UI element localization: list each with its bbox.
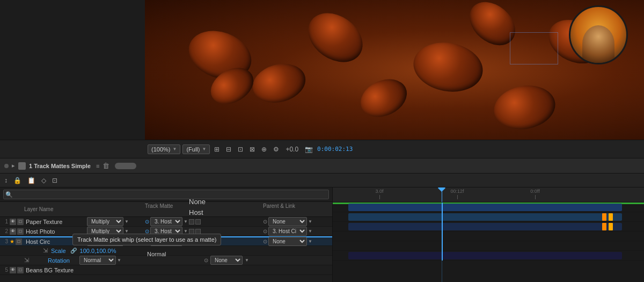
layer-3-parent: ⊙ None ▼ [263,237,312,246]
track-bar-6 [348,252,622,259]
layer-5-icon-eye[interactable]: 👁 [10,267,16,273]
layer-2-tm-arrow: ▼ [184,229,188,234]
comp-icon [18,162,26,170]
layer-3-icon-box[interactable]: □ [16,238,22,245]
layer-1-parent-icon: ⊙ [263,219,267,225]
preview-main [145,0,644,140]
channels-button[interactable]: ⊕ [259,144,269,154]
safe-zones-button[interactable]: ⊡ [236,144,245,154]
layer-3-parent-dropdown[interactable]: None [268,237,307,246]
rotation-blend-dropdown[interactable]: Normal [79,256,116,265]
comp-close-button[interactable] [4,164,9,168]
zoom-label: (100%) [151,146,170,153]
comp-toggle[interactable] [115,163,136,169]
layer-5-icon-box[interactable]: □ [17,267,24,273]
yellow-marker-1 [609,213,613,221]
grid-button[interactable]: ⊟ [224,144,233,154]
timeline-btn-3[interactable]: 📋 [25,176,38,185]
timeline-graph: 3.0f 00:12f 0:0ff [333,187,644,282]
track-playhead-1 [442,203,443,212]
track-row-2 [333,212,644,222]
toolbar-controls: (100%) ▼ (Full) ▼ ⊞ ⊟ ⊡ ⊠ ⊕ ⚙ +0.0 📷 0:0… [3,144,363,154]
parent-link-header-label: Parent & Link [263,203,295,209]
comp-trash-icon[interactable]: 🗑 [103,162,109,170]
track-matte-header: Track Matte [145,202,231,217]
timeline-toolbar: ↕ 🔒 📋 ◇ ⊡ [0,173,644,187]
timeline-btn-2[interactable]: 🔒 [11,176,24,185]
scale-value: 100.0,100.0% [80,248,116,254]
quality-arrow: ▼ [202,147,206,151]
layer-2-icon-box[interactable]: □ [17,228,24,235]
none-host-label: None Host [189,197,206,218]
ruler-tick-1 [379,195,380,199]
layer-1-blend-dropdown[interactable]: Multiply Normal [87,217,123,226]
layer-1-tm-checkbox[interactable] [189,219,194,225]
track-row-3 [333,222,644,232]
timecode-display: 0:00:02:13 [317,146,353,153]
layer-1-tm-checkbox2[interactable] [195,219,201,225]
layer-search-input[interactable] [3,190,329,199]
zoom-dropdown[interactable]: (100%) ▼ [148,144,180,154]
layer-2-tm-checkbox2[interactable] [195,229,201,234]
transparency-button[interactable]: ⊠ [247,144,257,154]
timeline-btn-1[interactable]: ↕ [2,176,10,185]
playhead[interactable] [442,187,442,202]
layer-1-blend: Multiply Normal ▼ [87,217,129,226]
timeline-btn-4[interactable]: ◇ [39,176,48,185]
track-row-5 [333,241,644,251]
layer-row-1[interactable]: 1 👁 □ Paper Texture Multiply Normal ▼ ⊙ [0,217,332,227]
rotation-tm-dropdown[interactable]: None [210,256,243,265]
rotation-tm-icon: ⊙ [204,257,208,263]
layer-1-tm-arrow: ▼ [184,219,188,224]
layer-1-icon-box[interactable]: □ [17,219,24,225]
layer-1-icon-eye[interactable]: 👁 [10,219,16,225]
preview-left-panel [0,0,145,140]
timeline-btn-5[interactable]: ⊡ [50,176,60,185]
track-playhead-4 [442,232,443,241]
track-playhead-5 [442,241,443,251]
track-3-markers [602,223,613,230]
search-area: 🔍 [0,187,332,202]
track-bar-2 [348,213,622,221]
preview-toolbar: (100%) ▼ (Full) ▼ ⊞ ⊟ ⊡ ⊠ ⊕ ⚙ +0.0 📷 0:0… [0,140,644,158]
layer-3-num: 3 [0,238,10,244]
rotation-blend: Normal ▼ [79,256,121,265]
comp-menu-icon[interactable]: ≡ [96,163,99,169]
orange-marker-2 [602,223,606,230]
rotation-blend-arrow: ▼ [117,258,121,263]
none-label-line2: Host [189,207,206,218]
preview-rectangle [510,32,558,64]
scale-icon: ⇲ [43,247,48,254]
plus-button[interactable]: +0.0 [283,144,301,154]
layer-3-icons: ★ □ [10,238,26,245]
track-playhead-3 [442,222,443,232]
layer-row-5[interactable]: 5 👁 □ Beans BG Texture [0,265,332,275]
layer-name-header: Layer Name [0,206,86,212]
color-button[interactable]: ⚙ [271,144,281,154]
quality-dropdown[interactable]: (Full) ▼ [182,144,210,154]
layer-2-tm-checkbox[interactable] [189,229,194,234]
comp-collapse-icon: ▸ [12,162,15,169]
track-playhead-2 [442,212,443,222]
layer-1-num: 1 [0,219,10,225]
camera-button[interactable]: 📷 [303,144,315,154]
preview-area [0,0,644,140]
layer-1-parent-dropdown[interactable]: None 3. Host Circle [268,217,307,226]
fit-button[interactable]: ⊞ [212,144,222,154]
ruler-tick-3 [535,195,536,199]
layer-column-headers: Layer Name Track Matte Parent & Link [0,202,332,217]
timeline-ruler: 3.0f 00:12f 0:0ff [333,187,644,203]
rotation-track-matte: ⊙ None ▼ [204,256,249,265]
layer-1-name: Paper Texture [26,219,85,225]
layer-1-tm-dropdown[interactable]: 3. Host Ci None [150,217,182,226]
layer-3-parent-arrow: ▼ [308,239,312,244]
layer-2-icon-eye[interactable]: 👁 [10,228,16,235]
layer-2-num: 2 [0,228,10,234]
link-icon: 🔗 [70,248,77,254]
composition-panel: ▸ 1 Track Mattes Simple ≡ 🗑 ↕ 🔒 📋 ◇ ⊡ 🔍 … [0,158,644,282]
parent-link-header: Parent & Link [263,202,295,217]
layer-1-parent: ⊙ None 3. Host Circle ▼ [263,217,312,226]
layer-2-parent-dropdown[interactable]: 3. Host Circle None [268,227,307,236]
layer-1-icons: 👁 □ [10,219,26,225]
layer-2-parent-icon: ⊙ [263,228,267,234]
